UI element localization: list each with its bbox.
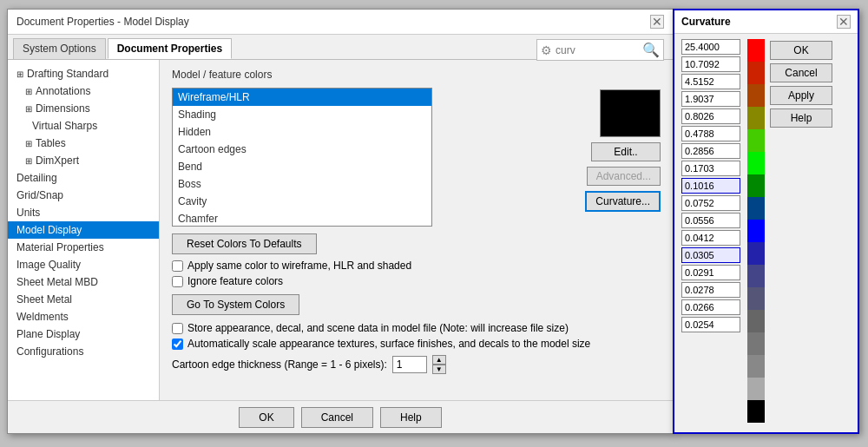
ok-button[interactable]: OK [239,407,293,428]
reset-colors-button[interactable]: Reset Colors To Defaults [172,233,317,254]
color-preview-area: Edit.. Advanced... Curvature... [585,88,661,227]
list-item[interactable]: Bend [173,158,431,175]
sidebar-item-dimxpert[interactable]: ⊞ DimXpert [8,152,159,169]
curv-value-input[interactable] [681,299,740,315]
curv-help-button[interactable]: Help [770,108,832,128]
color-swatch-black [747,400,765,423]
curv-value-input[interactable] [681,108,740,124]
advanced-button[interactable]: Advanced... [587,167,661,186]
sidebar-item-tables[interactable]: ⊞ Tables [8,135,159,152]
auto-scale-checkbox[interactable] [172,339,183,350]
sidebar-item-grid-snap[interactable]: Grid/Snap [8,187,159,204]
ignore-feature-colors-row: Ignore feature colors [172,275,661,287]
color-swatch-green [747,129,765,152]
curv-value-input[interactable] [681,143,740,159]
goto-system-colors-button[interactable]: Go To System Colors [172,294,299,315]
sidebar-item-annotations[interactable]: ⊞ Annotations [8,82,159,100]
expand-icon: ⊞ [25,139,32,148]
help-button[interactable]: Help [380,407,442,428]
curv-value-input[interactable] [681,56,740,72]
curvature-title: Curvature [681,16,731,28]
cancel-button[interactable]: Cancel [301,407,373,428]
sidebar-item-weldments[interactable]: Weldments [8,308,159,325]
curv-value-input[interactable] [681,126,740,141]
list-item[interactable]: Cavity [173,193,431,210]
sidebar-item-dimensions[interactable]: ⊞ Dimensions [8,100,159,117]
tab-document-properties[interactable]: Document Properties [108,38,232,59]
color-list-container: Wireframe/HLR Shading Hidden Cartoon edg… [172,88,576,227]
tab-system-options[interactable]: System Options [13,38,106,59]
sidebar-item-sheet-metal-mbd[interactable]: Sheet Metal MBD [8,273,159,291]
spinner-up[interactable]: ▲ [432,355,446,365]
curv-cancel-button[interactable]: Cancel [770,63,832,82]
curv-value-input[interactable] [681,39,740,55]
sidebar-item-model-display[interactable]: Model Display [8,221,159,239]
curvature-panel: Curvature ✕ [673,9,859,434]
ignore-feature-colors-checkbox[interactable] [172,276,183,287]
color-swatch-11 [747,265,765,287]
sidebar-item-plane-display[interactable]: Plane Display [8,325,159,343]
sidebar-item-detailing[interactable]: Detailing [8,169,159,187]
cartoon-thickness-label: Cartoon edge thickness (Range = 1 - 6 pi… [172,358,387,371]
curvature-close-button[interactable]: ✕ [837,15,851,29]
sidebar: ⊞ Drafting Standard ⊞ Annotations ⊞ Dime… [8,60,160,405]
auto-scale-row: Automatically scale appearance textures,… [172,338,661,350]
sidebar-label: Sheet Metal [16,293,72,306]
curv-value-input[interactable] [681,195,740,211]
sidebar-item-virtual-sharps[interactable]: Virtual Sharps [8,117,159,135]
curv-value-input[interactable] [681,317,740,332]
sidebar-label: Material Properties [16,241,104,253]
curv-value-input[interactable] [681,247,740,263]
sidebar-item-material-properties[interactable]: Material Properties [8,239,159,256]
curv-value-input[interactable] [681,161,740,176]
curvature-values [681,39,744,423]
curv-value-input[interactable] [681,178,740,194]
search-bar: ⚙ 🔍 [536,39,664,61]
color-swatch-16 [747,378,765,400]
sidebar-item-units[interactable]: Units [8,204,159,221]
apply-same-color-checkbox[interactable] [172,260,183,272]
curv-ok-button[interactable]: OK [770,41,832,60]
edit-button[interactable]: Edit.. [591,142,661,161]
search-input[interactable] [556,44,642,56]
sidebar-item-image-quality[interactable]: Image Quality [8,256,159,273]
store-appearance-label: Store appearance, decal, and scene data … [187,322,569,334]
dialog-title: Document Properties - Model Display [16,16,189,28]
curv-value-input[interactable] [681,282,740,298]
main-dialog: Document Properties - Model Display ✕ Sy… [7,9,674,434]
curvature-button[interactable]: Curvature... [585,191,661,212]
sidebar-label: Plane Display [16,328,80,340]
spinner-down[interactable]: ▼ [432,365,446,374]
sidebar-label: DimXpert [36,154,79,167]
cartoon-thickness-input[interactable] [392,356,427,373]
sidebar-label: Sheet Metal MBD [16,276,98,288]
store-appearance-row: Store appearance, decal, and scene data … [172,322,661,334]
auto-scale-label: Automatically scale appearance textures,… [187,338,590,350]
main-close-button[interactable]: ✕ [650,15,664,29]
curv-value-input[interactable] [681,213,740,228]
curv-apply-button[interactable]: Apply [770,86,832,105]
sidebar-item-drafting-standard[interactable]: ⊞ Drafting Standard [8,65,159,82]
cartoon-thickness-row: Cartoon edge thickness (Range = 1 - 6 pi… [172,355,661,374]
list-item[interactable]: Hidden [173,123,431,141]
store-appearance-checkbox[interactable] [172,323,183,334]
expand-icon: ⊞ [25,104,32,114]
expand-icon: ⊞ [16,69,23,79]
sidebar-item-configurations[interactable]: Configurations [8,343,159,360]
curv-value-input[interactable] [681,230,740,246]
list-item[interactable]: Chamfer [173,210,431,227]
curv-value-input[interactable] [681,91,740,107]
list-item[interactable]: Shading [173,106,431,123]
curv-value-input[interactable] [681,74,740,89]
section-title: Model / feature colors [172,69,661,81]
list-item[interactable]: Boss [173,175,431,193]
curv-value-input[interactable] [681,265,740,280]
color-list[interactable]: Wireframe/HLR Shading Hidden Cartoon edg… [172,88,432,227]
bottom-bar: OK Cancel Help [8,400,673,433]
sidebar-item-sheet-metal[interactable]: Sheet Metal [8,291,159,308]
list-item[interactable]: Cartoon edges [173,141,431,158]
list-item[interactable]: Wireframe/HLR [173,89,431,106]
reset-btn-row: Reset Colors To Defaults [172,233,661,254]
search-icon[interactable]: 🔍 [642,42,660,58]
curvature-buttons: OK Cancel Apply Help [770,39,832,423]
